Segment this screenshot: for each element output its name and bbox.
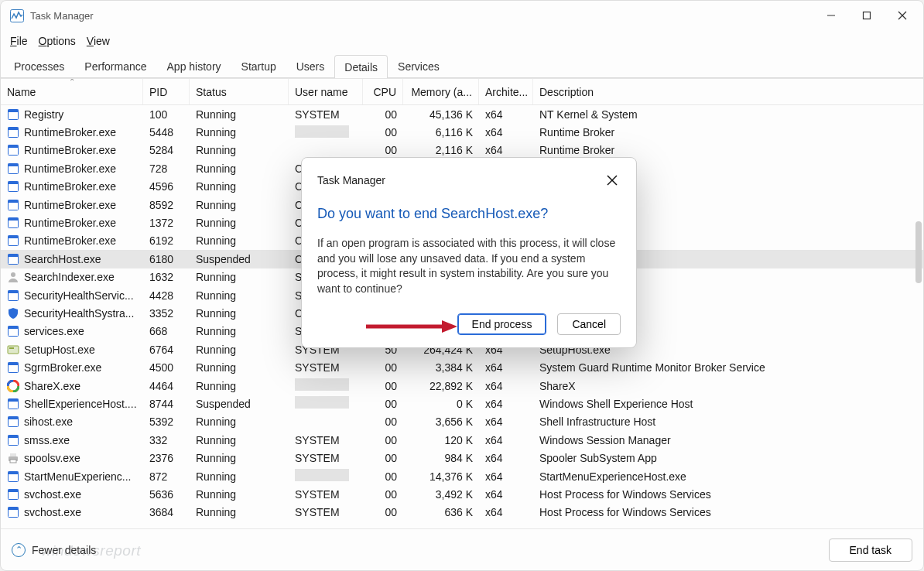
process-icon: [7, 162, 19, 175]
menu-view[interactable]: View: [87, 35, 110, 47]
col-pid[interactable]: PID: [143, 79, 190, 104]
cell-pid: 8744: [143, 398, 190, 410]
cell-pid: 6180: [143, 253, 190, 265]
cell-status: Running: [190, 199, 289, 211]
process-icon: [7, 234, 19, 247]
dialog-close-button[interactable]: [604, 172, 621, 189]
task-manager-window: Task Manager File Options View Processes…: [0, 0, 924, 571]
cell-arch: x64: [479, 398, 533, 410]
svg-rect-41: [9, 435, 19, 438]
dialog-title: Task Manager: [317, 174, 385, 186]
process-icon: [7, 380, 19, 392]
col-arch[interactable]: Archite...: [479, 79, 533, 104]
cell-cpu: 00: [363, 380, 403, 392]
svg-rect-2: [864, 12, 871, 19]
fewer-details-button[interactable]: ⌃ Fewer details: [12, 543, 96, 557]
process-name: svchost.exe: [24, 506, 81, 518]
cell-pid: 1632: [143, 271, 190, 283]
menu-options[interactable]: Options: [39, 35, 76, 47]
svg-rect-14: [9, 182, 19, 185]
col-description[interactable]: Description: [533, 79, 923, 104]
table-row[interactable]: ShareX.exe4464Running0022,892 Kx64ShareX: [1, 377, 923, 395]
process-name: RuntimeBroker.exe: [24, 162, 116, 175]
window-controls: [813, 1, 920, 30]
process-name: RuntimeBroker.exe: [24, 144, 116, 156]
cell-user: SYSTEM: [289, 452, 363, 464]
tab-processes[interactable]: Processes: [4, 54, 74, 77]
cell-user: SYSTEM: [289, 361, 363, 374]
table-row[interactable]: svchost.exe5636RunningSYSTEM003,492 Kx64…: [1, 485, 923, 503]
table-row[interactable]: Registry100RunningSYSTEM0045,136 Kx64NT …: [1, 105, 923, 123]
scrollbar-thumb[interactable]: [915, 221, 922, 283]
cell-cpu: 00: [363, 434, 403, 446]
table-row[interactable]: StartMenuExperienc...872Running0014,376 …: [1, 467, 923, 485]
cell-arch: x64: [479, 488, 533, 501]
cell-user: SYSTEM: [289, 434, 363, 446]
cell-desc: System Guard Runtime Monitor Broker Serv…: [533, 361, 923, 374]
close-button[interactable]: [885, 1, 920, 30]
col-name[interactable]: Name⌃: [1, 79, 143, 104]
process-name: services.exe: [24, 325, 84, 337]
process-icon: [7, 271, 19, 283]
minimize-button[interactable]: [813, 1, 849, 30]
process-icon: [7, 344, 19, 356]
end-task-button[interactable]: End task: [829, 539, 912, 562]
svg-rect-18: [9, 218, 19, 221]
cell-status: Running: [190, 488, 289, 501]
process-name: RuntimeBroker.exe: [24, 234, 116, 247]
process-icon: [7, 126, 19, 138]
table-row[interactable]: sihost.exe5392Running003,656 Kx64Shell I…: [1, 413, 923, 431]
process-icon: [7, 108, 19, 121]
process-icon: [7, 217, 19, 229]
col-user[interactable]: User name: [289, 79, 363, 104]
cell-pid: 4428: [143, 289, 190, 302]
cell-pid: 668: [143, 325, 190, 337]
cell-cpu: 00: [363, 108, 403, 121]
table-row[interactable]: SgrmBroker.exe4500RunningSYSTEM003,384 K…: [1, 358, 923, 376]
cell-memory: 14,376 K: [403, 470, 479, 483]
maximize-button[interactable]: [849, 1, 885, 30]
end-process-button[interactable]: End process: [457, 313, 547, 335]
table-row[interactable]: smss.exe332RunningSYSTEM00120 Kx64Window…: [1, 431, 923, 449]
tab-performance[interactable]: Performance: [74, 54, 156, 77]
col-cpu[interactable]: CPU: [363, 79, 403, 104]
process-name: SetupHost.exe: [24, 344, 95, 356]
redacted-user: [295, 396, 349, 409]
table-row[interactable]: RuntimeBroker.exe5448Running006,116 Kx64…: [1, 123, 923, 141]
tab-services[interactable]: Services: [388, 54, 450, 77]
window-title: Task Manager: [30, 10, 94, 22]
cell-user: [289, 378, 363, 393]
process-name: sihost.exe: [24, 415, 73, 428]
process-name: ShellExperienceHost....: [24, 398, 137, 410]
col-memory[interactable]: Memory (a...: [403, 79, 479, 104]
tab-startup[interactable]: Startup: [231, 54, 286, 77]
svg-rect-48: [9, 489, 19, 492]
menu-file[interactable]: File: [10, 35, 28, 47]
svg-rect-27: [9, 327, 19, 330]
cell-status: Running: [190, 307, 289, 320]
svg-rect-22: [9, 254, 19, 257]
tab-details[interactable]: Details: [334, 55, 388, 78]
table-row[interactable]: svchost.exe3684RunningSYSTEM00636 Kx64Ho…: [1, 504, 923, 521]
cell-desc: NT Kernel & System: [533, 108, 923, 121]
cell-pid: 4464: [143, 380, 190, 392]
cell-arch: x64: [479, 452, 533, 464]
cell-user: [289, 469, 363, 484]
chevron-up-icon: ⌃: [12, 543, 26, 557]
table-row[interactable]: ShellExperienceHost....8744Suspended000 …: [1, 395, 923, 412]
col-status[interactable]: Status: [190, 79, 289, 104]
cell-status: Running: [190, 470, 289, 483]
cancel-button[interactable]: Cancel: [557, 313, 621, 335]
cell-desc: StartMenuExperienceHost.exe: [533, 470, 923, 483]
fewer-details-label: Fewer details: [32, 544, 96, 556]
svg-point-23: [11, 272, 15, 277]
table-row[interactable]: spoolsv.exe2376RunningSYSTEM00984 Kx64Sp…: [1, 449, 923, 467]
process-name: RuntimeBroker.exe: [24, 180, 116, 193]
process-icon: [7, 180, 19, 193]
process-icon: [7, 307, 19, 320]
tab-users[interactable]: Users: [286, 54, 335, 77]
cell-arch: x64: [479, 506, 533, 518]
tabs: Processes Performance App history Startu…: [1, 52, 923, 78]
tab-app-history[interactable]: App history: [157, 54, 231, 77]
svg-rect-6: [9, 109, 19, 112]
